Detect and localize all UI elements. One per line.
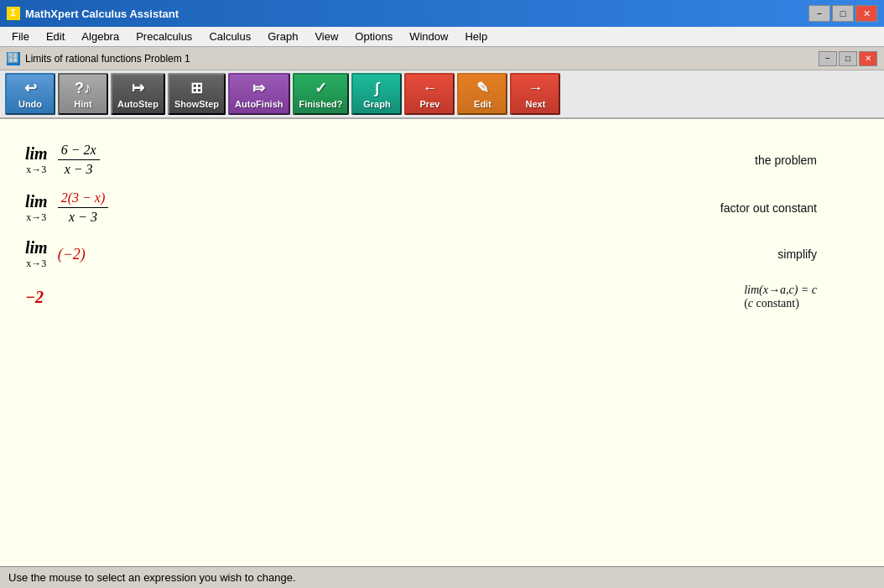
- doc-icon: 🔢: [7, 52, 20, 65]
- graph-button[interactable]: ∫ Graph: [351, 73, 402, 115]
- step-1-lim: lim x→3: [25, 144, 48, 176]
- doc-maximize-button[interactable]: □: [839, 51, 857, 66]
- step-3-expression: (−2): [58, 246, 86, 263]
- math-area: lim x→3 6 − 2x x − 3 the problem lim x→3: [0, 119, 884, 566]
- graph-label: Graph: [363, 99, 390, 109]
- step-2-row: lim x→3 2(3 − x) x − 3 factor out consta…: [25, 184, 859, 232]
- step-3-annotation: simplify: [777, 247, 817, 261]
- menu-calculus[interactable]: Calculus: [200, 29, 259, 44]
- step-2-lim-sub: x→3: [26, 211, 46, 224]
- document-title: Limits of rational functions: [25, 53, 142, 65]
- step-1-lim-word: lim: [25, 144, 48, 164]
- status-bar: Use the mouse to select an expression yo…: [0, 566, 884, 588]
- title-bar: Σ MathXpert Calculus Assistant − □ ✕: [0, 0, 884, 27]
- edit-label: Edit: [474, 99, 491, 109]
- next-button[interactable]: → Next: [510, 73, 560, 115]
- edit-button[interactable]: ✎ Edit: [457, 73, 507, 115]
- step-3-row: lim x→3 (−2) simplify: [25, 232, 859, 277]
- step-2-numerator: 2(3 − x): [58, 190, 109, 208]
- autofinish-button[interactable]: ⤇ AutoFinish: [228, 73, 289, 115]
- step-3-lim: lim x→3: [25, 238, 48, 270]
- finished-label: Finished?: [299, 99, 343, 109]
- doc-controls: − □ ✕: [819, 51, 877, 66]
- step-2-lim-word: lim: [25, 192, 48, 211]
- menu-precalculus[interactable]: Precalculus: [127, 29, 200, 44]
- step-1-numerator: 6 − 2x: [58, 143, 100, 160]
- undo-button[interactable]: ↩ Undo: [5, 73, 55, 115]
- window-title: MathXpert Calculus Assistant: [25, 8, 179, 20]
- showstep-icon: ⊞: [190, 79, 203, 97]
- autostep-icon: ↦: [132, 79, 144, 97]
- prev-button[interactable]: ← Prev: [404, 73, 455, 115]
- autostep-label: AutoStep: [117, 99, 159, 109]
- doc-minimize-button[interactable]: −: [819, 51, 837, 66]
- autofinish-label: AutoFinish: [235, 99, 283, 109]
- menu-window[interactable]: Window: [401, 29, 456, 44]
- step-2-denominator: x − 3: [65, 208, 101, 225]
- problem-label: Problem 1: [144, 53, 190, 65]
- showstep-button[interactable]: ⊞ ShowStep: [168, 73, 226, 115]
- step-4-annotation-line2: (c constant): [744, 297, 817, 310]
- doc-close-button[interactable]: ✕: [859, 51, 877, 66]
- graph-icon: ∫: [375, 80, 379, 97]
- step-1-denominator: x − 3: [61, 160, 96, 177]
- undo-icon: ↩: [24, 79, 37, 97]
- hint-icon: ?♪: [75, 80, 91, 97]
- toolbar: ↩ Undo ?♪ Hint ↦ AutoStep ⊞ ShowStep ⤇ A…: [0, 70, 884, 119]
- undo-label: Undo: [18, 99, 42, 109]
- step-2-annotation: factor out constant: [720, 201, 817, 215]
- menu-graph[interactable]: Graph: [259, 29, 306, 44]
- showstep-label: ShowStep: [174, 99, 219, 109]
- step-4-annotation: lim(x→a,c) = c (c constant): [744, 284, 817, 310]
- step-1-lim-sub: x→3: [26, 164, 46, 176]
- menu-file[interactable]: File: [3, 29, 38, 44]
- status-message: Use the mouse to select an expression yo…: [8, 571, 296, 584]
- main-content: lim x→3 6 − 2x x − 3 the problem lim x→3: [0, 119, 884, 566]
- step-4-row: −2 lim(x→a,c) = c (c constant): [25, 277, 859, 317]
- menu-options[interactable]: Options: [346, 29, 401, 44]
- step-2-lim: lim x→3: [25, 192, 48, 224]
- prev-label: Prev: [420, 99, 440, 109]
- menu-edit[interactable]: Edit: [38, 29, 73, 44]
- maximize-button[interactable]: □: [832, 5, 854, 22]
- menu-help[interactable]: Help: [456, 29, 496, 44]
- step-1-annotation: the problem: [755, 154, 817, 167]
- hint-button[interactable]: ?♪ Hint: [58, 73, 108, 115]
- next-icon: →: [528, 80, 543, 97]
- autostep-button[interactable]: ↦ AutoStep: [111, 73, 165, 115]
- step-3-lim-sub: x→3: [26, 258, 46, 270]
- minimize-button[interactable]: −: [809, 5, 830, 22]
- menu-view[interactable]: View: [306, 29, 346, 44]
- step-4-annotation-line1: lim(x→a,c) = c: [744, 284, 817, 297]
- step-3-lim-word: lim: [25, 238, 48, 258]
- step-2-fraction: 2(3 − x) x − 3: [58, 190, 109, 225]
- step-2-expr: lim x→3 2(3 − x) x − 3: [25, 190, 277, 225]
- step-1-fraction: 6 − 2x x − 3: [58, 143, 100, 177]
- step-4-expression: −2: [25, 288, 44, 306]
- app-icon: Σ: [7, 7, 20, 20]
- step-1-row: lim x→3 6 − 2x x − 3 the problem: [25, 136, 859, 184]
- autofinish-icon: ⤇: [252, 79, 265, 97]
- window-controls: − □ ✕: [809, 5, 877, 22]
- next-label: Next: [526, 99, 546, 109]
- edit-icon: ✎: [476, 79, 489, 97]
- step-4-expr: −2: [25, 288, 277, 307]
- finished-button[interactable]: ✓ Finished?: [293, 73, 350, 115]
- document-header: 🔢 Limits of rational functions Problem 1…: [0, 47, 884, 70]
- prev-icon: ←: [422, 80, 437, 97]
- menu-algebra[interactable]: Algebra: [73, 29, 127, 44]
- hint-label: Hint: [74, 99, 91, 109]
- step-1-expr: lim x→3 6 − 2x x − 3: [25, 143, 277, 177]
- menu-bar: File Edit Algebra Precalculus Calculus G…: [0, 27, 884, 47]
- close-button[interactable]: ✕: [855, 5, 877, 22]
- step-3-expr: lim x→3 (−2): [25, 238, 277, 270]
- finished-icon: ✓: [315, 79, 327, 97]
